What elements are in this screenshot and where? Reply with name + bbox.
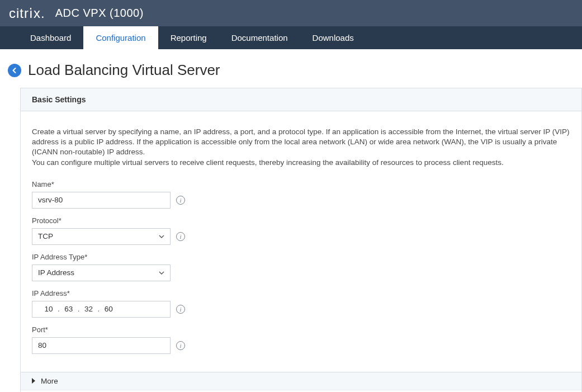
tab-documentation[interactable]: Documentation xyxy=(219,26,300,49)
chevron-down-icon xyxy=(159,234,164,239)
field-ip-type: IP Address Type* IP Address xyxy=(32,253,570,281)
page-header: Load Balancing Virtual Server xyxy=(0,49,582,88)
label-name: Name* xyxy=(32,180,570,188)
brand-logo: citri̇x xyxy=(9,6,45,21)
input-port-value: 80 xyxy=(38,341,46,350)
svg-marker-0 xyxy=(32,378,35,384)
field-protocol: Protocol* TCP i xyxy=(32,216,570,245)
ip-octet-1: 10 xyxy=(40,305,57,313)
label-port: Port* xyxy=(32,325,570,334)
more-toggle[interactable]: More xyxy=(21,372,581,390)
select-ip-type[interactable]: IP Address xyxy=(32,265,171,281)
label-ip-type: IP Address Type* xyxy=(32,253,570,261)
field-ip: IP Address* 10 . 63 . 32 . 60 i xyxy=(32,289,570,318)
select-ip-type-value: IP Address xyxy=(38,268,74,277)
info-icon[interactable]: i xyxy=(176,341,185,350)
chevron-down-icon xyxy=(159,270,164,276)
panel-body: Create a virtual server by specifying a … xyxy=(21,111,581,372)
field-name: Name* vsrv-80 i xyxy=(32,180,570,209)
tab-configuration[interactable]: Configuration xyxy=(83,26,158,49)
info-icon[interactable]: i xyxy=(176,305,185,314)
field-port: Port* 80 i xyxy=(32,325,570,354)
label-protocol: Protocol* xyxy=(32,216,570,225)
brand-product: ADC VPX (1000) xyxy=(55,7,144,20)
main-nav: Dashboard Configuration Reporting Docume… xyxy=(0,26,582,49)
panel-footer: OK Cancel xyxy=(21,390,581,392)
select-protocol-value: TCP xyxy=(38,232,53,240)
page-title: Load Balancing Virtual Server xyxy=(28,62,220,79)
select-protocol[interactable]: TCP xyxy=(32,228,171,245)
tab-reporting[interactable]: Reporting xyxy=(158,26,219,49)
arrow-left-icon xyxy=(11,67,18,74)
info-icon[interactable]: i xyxy=(176,232,185,241)
ip-octet-3: 32 xyxy=(81,305,97,313)
input-name[interactable]: vsrv-80 xyxy=(32,192,171,209)
input-name-value: vsrv-80 xyxy=(38,196,63,204)
triangle-right-icon xyxy=(32,378,36,384)
label-ip: IP Address* xyxy=(32,289,570,297)
panel-description-2: You can configure multiple virtual serve… xyxy=(32,158,570,168)
info-icon[interactable]: i xyxy=(176,196,185,205)
basic-settings-panel: Basic Settings Create a virtual server b… xyxy=(20,88,582,392)
brand-bar: citri̇x ADC VPX (1000) xyxy=(0,0,582,26)
form: Name* vsrv-80 i Protocol* TCP xyxy=(32,180,570,354)
panel-description-1: Create a virtual server by specifying a … xyxy=(32,127,570,158)
more-label: More xyxy=(41,377,58,385)
back-button[interactable] xyxy=(8,64,21,77)
tab-dashboard[interactable]: Dashboard xyxy=(18,26,83,49)
tab-downloads[interactable]: Downloads xyxy=(300,26,366,49)
panel-header: Basic Settings xyxy=(21,88,581,111)
ip-octet-4: 60 xyxy=(100,305,117,313)
ip-octet-2: 63 xyxy=(60,305,77,313)
input-port[interactable]: 80 xyxy=(32,337,171,354)
input-ip[interactable]: 10 . 63 . 32 . 60 xyxy=(32,301,171,318)
